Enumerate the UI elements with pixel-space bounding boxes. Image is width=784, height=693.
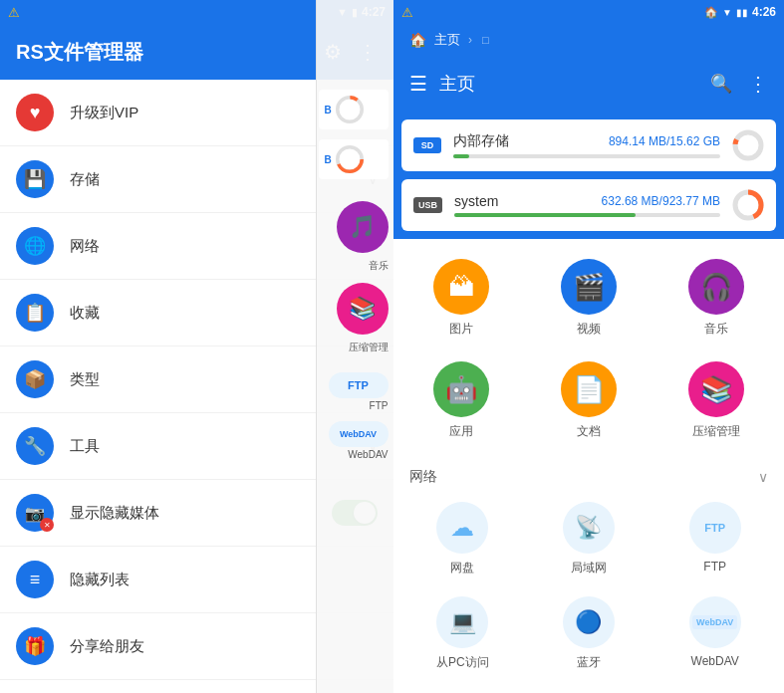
cloud-label: 网盘 (450, 560, 474, 577)
apps-icon: 🤖 (433, 361, 489, 417)
svg-point-4 (735, 132, 761, 158)
images-icon: 🏔 (433, 259, 489, 315)
network-bluetooth[interactable]: 🔵 蓝牙 (528, 588, 651, 679)
ftp-icon: FTP (689, 502, 741, 554)
network-webdav[interactable]: WebDAV WebDAV (653, 588, 776, 679)
breadcrumb-home-label: 主页 (434, 31, 460, 49)
system-storage-pie (732, 189, 764, 221)
left-app-title: RS文件管理器 (16, 39, 143, 66)
breadcrumb-bar: 🏠 主页 › □ (393, 24, 784, 56)
docs-label: 文档 (577, 423, 601, 440)
types-icon: 📦 (24, 368, 46, 390)
pc-access-icon: 💻 (436, 596, 488, 648)
archive-label: 压缩管理 (692, 423, 740, 440)
network-cloud[interactable]: ☁ 网盘 (401, 494, 524, 584)
music-icon: 🎧 (688, 259, 744, 315)
vip-icon: ♥ (30, 103, 41, 123)
sd-badge: SD (413, 137, 441, 153)
bluetooth-icon: 🔵 (563, 596, 615, 648)
right-time: 4:26 (752, 5, 776, 19)
breadcrumb-current-icon: □ (482, 34, 489, 46)
system-storage-name: system (454, 193, 498, 209)
right-signal-icon: ▼ (722, 7, 732, 18)
system-storage-info: system 632.68 MB/923.77 MB (454, 193, 720, 217)
network-section-chevron[interactable]: ∨ (758, 469, 768, 485)
network-section-header: 网络 ∨ (401, 464, 776, 494)
network-lan[interactable]: 📡 局域网 (528, 494, 651, 584)
system-storage-size: 632.68 MB/923.77 MB (602, 194, 720, 208)
cloud-icon: ☁ (436, 502, 488, 554)
left-warning-icon: ⚠ (8, 5, 20, 20)
network-icon: 🌐 (24, 235, 46, 257)
pc-access-label: 从PC访问 (436, 654, 489, 671)
music-label: 音乐 (704, 321, 728, 338)
peek-overlay: B B 🎵 音乐 📚 压缩管理 (316, 0, 393, 693)
internal-storage-bar (453, 154, 720, 158)
hamburger-icon[interactable]: ☰ (409, 72, 427, 96)
right-home-status: 🏠 (704, 6, 718, 19)
system-storage-card[interactable]: USB system 632.68 MB/923.77 MB (401, 179, 776, 231)
webdav-label: WebDAV (691, 654, 739, 668)
bluetooth-label: 蓝牙 (577, 654, 601, 671)
left-panel: ⚠ ▼ ▮ 4:27 RS文件管理器 ⚙ ⋮ ♥ 升级到VIP 💾 存储 (0, 0, 393, 693)
system-storage-bar (454, 213, 720, 217)
lan-icon: 📡 (563, 502, 615, 554)
category-music[interactable]: 🎧 音乐 (656, 251, 776, 346)
category-archive[interactable]: 📚 压缩管理 (656, 353, 776, 448)
right-header: ☰ 主页 🔍 ⋮ (393, 56, 784, 112)
right-battery-icon: ▮▮ (736, 7, 748, 18)
video-icon: 🎬 (561, 259, 617, 315)
right-warning-icon: ⚠ (401, 5, 413, 20)
network-ftp[interactable]: FTP FTP (653, 494, 776, 584)
video-label: 视频 (577, 321, 601, 338)
network-grid: ☁ 网盘 📡 局域网 FTP FTP 💻 从PC访问 (401, 494, 776, 679)
favorites-icon: 📋 (24, 302, 46, 324)
webdav-icon: WebDAV (689, 596, 741, 648)
category-apps[interactable]: 🤖 应用 (401, 353, 521, 448)
archive-icon: 📚 (688, 361, 744, 417)
network-pc-access[interactable]: 💻 从PC访问 (401, 588, 524, 679)
apps-label: 应用 (449, 423, 473, 440)
internal-storage-card[interactable]: SD 内部存储 894.14 MB/15.62 GB (401, 119, 776, 171)
internal-storage-size: 894.14 MB/15.62 GB (609, 134, 720, 148)
svg-point-0 (337, 98, 362, 122)
category-video[interactable]: 🎬 视频 (529, 251, 649, 346)
hidden-media-label: 显示隐藏媒体 (70, 504, 332, 523)
storage-icon: 💾 (24, 168, 46, 190)
hidden-list-icon: ≡ (30, 570, 41, 590)
internal-storage-pie (732, 129, 764, 161)
tools-icon: 🔧 (24, 435, 46, 457)
docs-icon: 📄 (561, 361, 617, 417)
right-header-title: 主页 (439, 72, 698, 96)
network-section-title: 网络 (409, 468, 437, 486)
internal-storage-info: 内部存储 894.14 MB/15.62 GB (453, 132, 720, 158)
home-breadcrumb-icon: 🏠 (409, 32, 426, 48)
internal-storage-name: 内部存储 (453, 132, 509, 150)
category-docs[interactable]: 📄 文档 (529, 353, 649, 448)
ftp-label: FTP (703, 560, 726, 574)
share-icon: 🎁 (24, 635, 46, 657)
lan-label: 局域网 (571, 560, 607, 577)
category-images[interactable]: 🏔 图片 (401, 251, 521, 346)
search-icon[interactable]: 🔍 (710, 73, 732, 95)
category-grid: 🏔 图片 🎬 视频 🎧 音乐 🤖 应用 (401, 251, 776, 448)
main-content: 🏔 图片 🎬 视频 🎧 音乐 🤖 应用 (393, 239, 784, 693)
storage-cards-container: SD 内部存储 894.14 MB/15.62 GB USB (393, 112, 784, 239)
right-status-bar: ⚠ 🏠 ▼ ▮▮ 4:26 (393, 0, 784, 24)
breadcrumb-separator: › (468, 33, 472, 47)
images-label: 图片 (449, 321, 473, 338)
usb-badge: USB (413, 197, 442, 213)
right-more-icon[interactable]: ⋮ (748, 72, 768, 96)
right-panel: ⚠ 🏠 ▼ ▮▮ 4:26 🏠 主页 › □ ☰ 主页 🔍 ⋮ SD 内部存储 (393, 0, 784, 693)
